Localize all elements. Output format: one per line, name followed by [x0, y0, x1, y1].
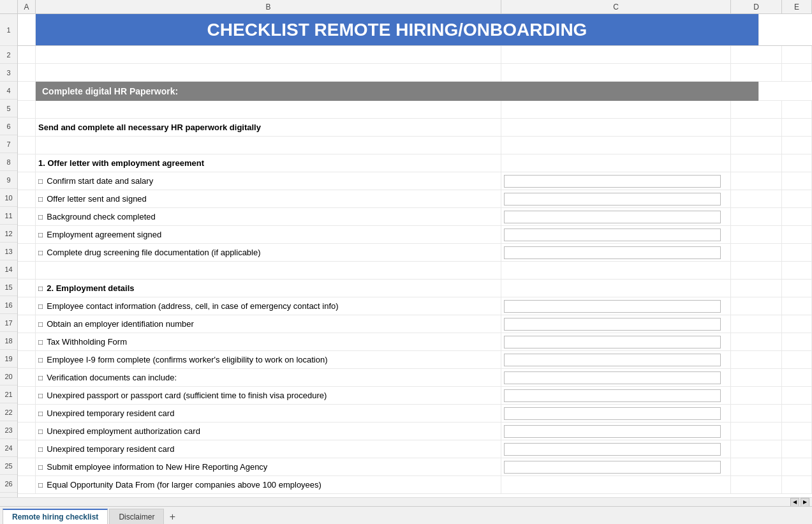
cell-15a	[18, 280, 36, 297]
row-num-16: 16	[0, 296, 17, 314]
col-header-d[interactable]: D	[731, 0, 782, 13]
input-11[interactable]	[504, 211, 721, 223]
item-18-text: Tax Withholding Form	[47, 337, 127, 347]
cell-6a	[18, 119, 36, 136]
checkbox-24[interactable]: □	[38, 445, 43, 454]
cell-25a	[18, 458, 36, 475]
input-22[interactable]	[504, 407, 721, 420]
cell-25c[interactable]	[501, 458, 731, 475]
cell-11c[interactable]	[501, 208, 731, 225]
cell-10c[interactable]	[501, 190, 731, 207]
cell-20c[interactable]	[501, 369, 731, 386]
cell-10a	[18, 190, 36, 207]
cell-7c[interactable]	[501, 137, 731, 154]
cell-16a	[18, 297, 36, 315]
item-16-text: Employee contact information (address, c…	[47, 301, 338, 311]
item-20-text: Verification documents can include:	[47, 373, 177, 382]
cell-7a	[18, 137, 36, 154]
row-15: □ 2. Employment details	[18, 280, 812, 297]
cell-9a	[18, 172, 36, 190]
cell-13c[interactable]	[501, 244, 731, 261]
checkbox-16[interactable]: □	[38, 302, 43, 311]
checkbox-15[interactable]: □	[38, 284, 43, 293]
checkbox-10[interactable]: □	[38, 195, 43, 204]
tab-remote-hiring[interactable]: Remote hiring checklist	[3, 509, 108, 524]
input-17[interactable]	[504, 318, 721, 331]
cell-14b[interactable]	[36, 262, 501, 279]
input-20[interactable]	[504, 371, 721, 384]
scroll-right[interactable]: ▶	[801, 498, 809, 507]
cell-7b[interactable]	[36, 137, 501, 154]
checkbox-23[interactable]: □	[38, 427, 43, 436]
checkbox-20[interactable]: □	[38, 373, 43, 382]
cell-18c[interactable]	[501, 333, 731, 350]
cell-2e	[782, 46, 812, 63]
input-9[interactable]	[504, 175, 721, 188]
cell-11e	[782, 208, 812, 225]
cell-6c[interactable]	[501, 119, 731, 136]
row-num-18: 18	[0, 332, 17, 350]
col-header-c[interactable]: C	[501, 0, 731, 13]
row-num-21: 21	[0, 386, 17, 403]
cell-8c[interactable]	[501, 154, 731, 172]
input-10[interactable]	[504, 193, 721, 206]
cell-16b: □ Employee contact information (address,…	[36, 297, 501, 315]
cell-2c[interactable]	[501, 46, 731, 63]
cell-22c[interactable]	[501, 405, 731, 422]
checkbox-26[interactable]: □	[38, 481, 43, 490]
row-num-1: 1	[0, 14, 17, 46]
col-header-b[interactable]: B	[36, 0, 501, 13]
cell-24c[interactable]	[501, 440, 731, 458]
checkbox-12[interactable]: □	[38, 230, 43, 239]
checkbox-22[interactable]: □	[38, 409, 43, 418]
cell-18a	[18, 333, 36, 350]
input-16[interactable]	[504, 300, 721, 313]
cell-2b[interactable]	[36, 46, 501, 63]
checkbox-13[interactable]: □	[38, 248, 43, 257]
input-12[interactable]	[504, 228, 721, 241]
cell-5b[interactable]	[36, 101, 501, 118]
row-23: □ Unexpired employment authorization car…	[18, 423, 812, 440]
row-5	[18, 101, 812, 119]
col-header-a[interactable]: A	[18, 0, 36, 13]
cell-21c[interactable]	[501, 387, 731, 404]
checkbox-17[interactable]: □	[38, 320, 43, 329]
cell-15c[interactable]	[501, 280, 731, 297]
cell-17e	[782, 315, 812, 333]
checkbox-25[interactable]: □	[38, 463, 43, 472]
cell-20b: □ Verification documents can include:	[36, 369, 501, 386]
cell-8d	[731, 154, 782, 172]
cell-26c[interactable]	[501, 476, 731, 493]
scroll-left[interactable]: ◀	[790, 498, 799, 507]
cell-23c[interactable]	[501, 423, 731, 440]
cell-5d	[731, 101, 782, 118]
row-num-11: 11	[0, 207, 17, 225]
cell-3b[interactable]	[36, 64, 501, 81]
input-18[interactable]	[504, 336, 721, 348]
item-17-text: Obtain an employer identifiation number	[47, 319, 194, 329]
cell-9c[interactable]	[501, 172, 731, 190]
cell-24e	[782, 440, 812, 458]
cell-16c[interactable]	[501, 297, 731, 315]
row-20: □ Verification documents can include:	[18, 369, 812, 387]
checkbox-21[interactable]: □	[38, 391, 43, 400]
input-24[interactable]	[504, 443, 721, 456]
tab-add-button[interactable]: +	[165, 510, 179, 524]
checkbox-9[interactable]: □	[38, 177, 43, 186]
cell-12c[interactable]	[501, 226, 731, 243]
tab-disclaimer[interactable]: Disclaimer	[109, 509, 164, 524]
cell-3c[interactable]	[501, 64, 731, 81]
input-19[interactable]	[504, 354, 721, 366]
input-25[interactable]	[504, 461, 721, 474]
cell-19c[interactable]	[501, 351, 731, 368]
input-13[interactable]	[504, 246, 721, 259]
col-header-e[interactable]: E	[782, 0, 812, 13]
checkbox-19[interactable]: □	[38, 356, 43, 364]
cell-14c[interactable]	[501, 262, 731, 279]
checkbox-18[interactable]: □	[38, 338, 43, 347]
input-21[interactable]	[504, 389, 721, 402]
cell-17c[interactable]	[501, 315, 731, 333]
input-23[interactable]	[504, 425, 721, 438]
cell-5c[interactable]	[501, 101, 731, 118]
checkbox-11[interactable]: □	[38, 213, 43, 221]
